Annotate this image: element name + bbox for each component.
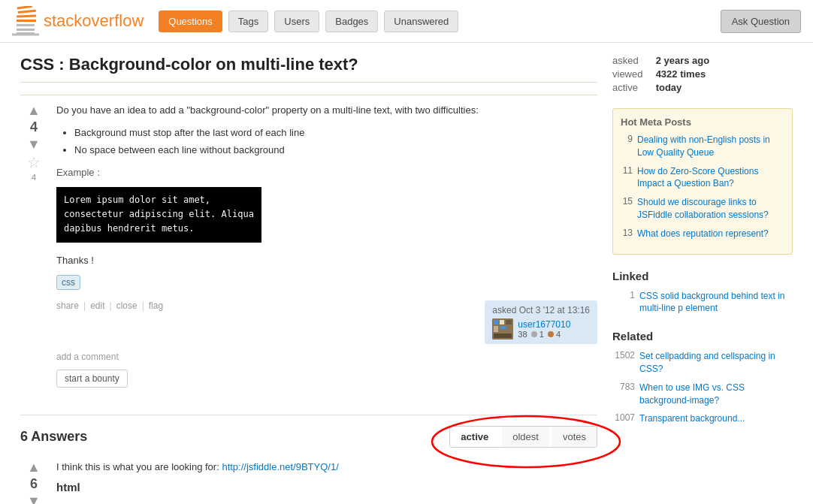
flag-link[interactable]: flag (149, 300, 163, 311)
example-label: Example : (56, 165, 597, 180)
main-content: CSS : Background-color on multi-line tex… (8, 43, 805, 504)
related-link-3[interactable]: Transparent background... (639, 412, 745, 425)
hot-meta-link-3[interactable]: Should we discourage links to JSFiddle c… (637, 196, 784, 222)
add-comment[interactable]: add a comment (56, 352, 597, 362)
linked-link-1[interactable]: CSS solid background behind text in mult… (639, 290, 793, 315)
sort-oldest-tab[interactable]: oldest (502, 427, 549, 447)
hot-meta-num-3: 15 (621, 196, 633, 222)
question-text: Do you have an idea to add a "background… (56, 103, 597, 118)
hot-meta-num-2: 11 (621, 165, 633, 191)
hot-meta-num-4: 13 (621, 228, 633, 240)
answer-area: ▲ 6 ▼ I think this is what you are looki… (20, 460, 597, 504)
logo-overflow: overflow (82, 11, 144, 30)
nav-users[interactable]: Users (274, 11, 319, 32)
user-name[interactable]: user1677010 (518, 319, 570, 330)
close-link[interactable]: close (116, 300, 138, 311)
nav-badges[interactable]: Badges (325, 11, 378, 32)
page-title: CSS : Background-color on multi-line tex… (20, 55, 597, 83)
sort-tabs: active oldest votes (449, 426, 597, 448)
svg-rect-4 (18, 10, 36, 14)
favorite-count: 4 (32, 173, 36, 182)
logo-stack: stack (44, 11, 82, 30)
answer-vote-count: 6 (30, 476, 38, 492)
linked-title: Linked (612, 270, 793, 282)
asked-at: asked Oct 3 '12 at 13:16 (492, 305, 590, 315)
svg-rect-3 (17, 6, 32, 9)
vote-count: 4 (30, 119, 38, 135)
tag-css[interactable]: css (56, 275, 80, 290)
answers-header: 6 Answers active oldest votes (20, 415, 597, 448)
hot-meta-link-2[interactable]: How do Zero-Score Questions Impact a Que… (637, 165, 784, 191)
hot-meta-title: Hot Meta Posts (621, 116, 784, 128)
svg-rect-6 (17, 20, 36, 22)
hot-meta-link-1[interactable]: Dealing with non-English posts in Low Qu… (637, 134, 784, 159)
start-bounty-button[interactable]: start a bounty (56, 370, 128, 388)
ask-question-button[interactable]: Ask Question (721, 10, 801, 33)
code-block: Lorem ipsum dolor sit amet, consectetur … (56, 187, 261, 243)
user-card: asked Oct 3 '12 at 13:16 (485, 300, 597, 344)
meta-active: active today (612, 82, 793, 93)
meta-asked-value: 2 years ago (656, 55, 710, 66)
answers-count: 6 Answers (20, 429, 87, 445)
hot-meta-link-4[interactable]: What does reputation represent? (637, 228, 769, 240)
edit-link[interactable]: edit (90, 300, 104, 311)
logo-icon (12, 6, 39, 36)
question-area: ▲ 4 ▼ ☆ 4 Do you have an idea to add a "… (20, 103, 597, 403)
avatar (492, 318, 513, 340)
sort-votes-tab[interactable]: votes (552, 427, 597, 447)
bullet-1: Background must stop after the last word… (74, 125, 597, 140)
code-line-1: Lorem ipsum dolor sit amet, (64, 193, 254, 207)
related-link-1[interactable]: Set cellpadding and cellspacing in CSS? (639, 350, 793, 376)
logo-text: stackoverflow (44, 11, 144, 31)
question-bullets: Background must stop after the last word… (74, 125, 597, 158)
linked-num-1: 1 (612, 290, 635, 315)
nav-unanswered[interactable]: Unanswered (384, 11, 458, 32)
svg-rect-13 (500, 326, 506, 329)
answer-code-label: html (56, 481, 597, 493)
answer-vote-up[interactable]: ▲ (23, 460, 44, 475)
vote-down-button[interactable]: ▼ (23, 137, 44, 152)
linked-item-1: 1 CSS solid background behind text in mu… (612, 290, 793, 315)
user-info: user1677010 38 1 4 (492, 318, 590, 340)
thanks-text: Thanks ! (56, 253, 597, 268)
related-item-2: 783 When to use IMG vs. CSS background-i… (612, 382, 793, 407)
svg-rect-10 (500, 320, 504, 324)
hot-meta-item-4: 13 What does reputation represent? (621, 228, 784, 240)
content-area: CSS : Background-color on multi-line tex… (20, 55, 597, 504)
meta-asked: asked 2 years ago (612, 55, 793, 66)
svg-rect-11 (506, 320, 512, 324)
divider-2: | (110, 300, 112, 311)
meta-viewed: viewed 4322 times (612, 68, 793, 80)
related-link-2[interactable]: When to use IMG vs. CSS background-image… (639, 382, 793, 407)
related-item-3: 1007 Transparent background... (612, 412, 793, 425)
hot-meta-item-2: 11 How do Zero-Score Questions Impact a … (621, 165, 784, 191)
divider-3: | (142, 300, 144, 311)
meta-viewed-value: 4322 times (656, 68, 706, 80)
hot-meta-box: Hot Meta Posts 9 Dealing with non-Englis… (612, 108, 793, 255)
sort-container: active oldest votes (449, 426, 597, 448)
svg-rect-5 (17, 15, 36, 18)
code-line-2: consectetur adipiscing elit. Aliqua (64, 207, 254, 222)
hot-meta-item-3: 15 Should we discourage links to JSFiddl… (621, 196, 784, 222)
related-num-2: 783 (612, 382, 635, 407)
nav-questions[interactable]: Questions (159, 11, 222, 32)
badge-silver (531, 331, 537, 337)
user-rep: 38 1 4 (518, 330, 570, 339)
favorite-star[interactable]: ☆ (27, 153, 41, 171)
svg-rect-9 (494, 320, 498, 324)
vote-up-button[interactable]: ▲ (23, 103, 44, 118)
answer-vote-down[interactable]: ▼ (23, 493, 44, 504)
share-link[interactable]: share (56, 300, 79, 311)
bullet-2: No space between each line without backg… (74, 143, 597, 158)
answer-link[interactable]: http://jsfiddle.net/9BTYQ/1/ (222, 461, 338, 472)
svg-rect-0 (17, 29, 35, 31)
meta-active-value: today (656, 82, 682, 93)
badge-bronze (548, 331, 554, 337)
meta-active-label: active (612, 82, 653, 93)
header: stackoverflow Questions Tags Users Badge… (0, 0, 813, 43)
meta-viewed-label: viewed (612, 68, 653, 80)
nav-tags[interactable]: Tags (228, 11, 268, 32)
answer-text: I think this is what you are looking for… (56, 460, 597, 475)
svg-rect-7 (17, 24, 35, 26)
sort-active-tab[interactable]: active (450, 427, 499, 447)
